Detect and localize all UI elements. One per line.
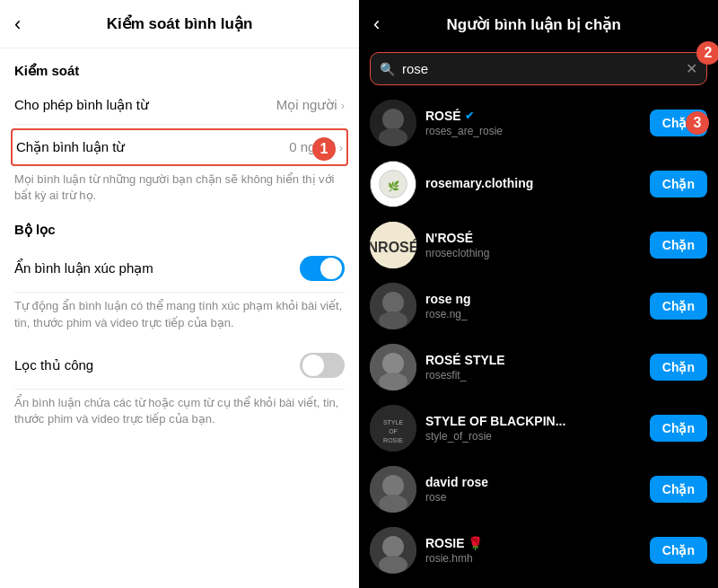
block-comments-label: Chặn bình luận từ xyxy=(16,139,125,155)
user-name-rosie: ROSIE 🌹 xyxy=(425,536,650,550)
left-title: Kiểm soát bình luận xyxy=(107,14,253,33)
block-btn-wrapper-rose1: Chặn 3 xyxy=(650,110,707,136)
svg-text:NROSÉ: NROSÉ xyxy=(370,239,416,255)
svg-point-9 xyxy=(382,292,404,313)
control-section-label: Kiểm soát xyxy=(14,63,345,79)
user-handle-roseng: rose.ng_ xyxy=(425,308,650,320)
offensive-desc: Tự động ẩn bình luận có thể mang tính xú… xyxy=(14,298,345,330)
right-panel: ‹ Người bình luận bị chặn 🔍 rose ✕ 2 ROS… xyxy=(359,0,718,588)
search-value[interactable]: rose xyxy=(402,61,686,76)
left-header: ‹ Kiểm soát bình luận xyxy=(0,0,359,48)
svg-text:OF: OF xyxy=(389,428,398,434)
block-comments-item[interactable]: Chặn bình luận từ 0 người › xyxy=(16,132,343,162)
allow-chevron-icon: › xyxy=(341,99,345,112)
filter-section: Bộ lọc Ẩn bình luận xúc phạm Tự động ẩn … xyxy=(14,222,345,427)
manual-toggle-row: Lọc thủ công xyxy=(14,342,345,390)
block-button-nrose[interactable]: Chặn xyxy=(650,232,707,259)
right-back-button[interactable]: ‹ xyxy=(373,13,380,36)
avatar-rose1 xyxy=(370,100,416,146)
user-info-rose1: ROSÉ ✔ roses_are_rosie xyxy=(425,109,650,137)
user-handle-david: rose xyxy=(425,491,650,504)
svg-point-12 xyxy=(382,353,404,374)
svg-point-2 xyxy=(379,128,407,146)
user-info-style: STYLE OF BLACKPIN... style_of_rosie xyxy=(425,414,650,443)
user-item-rose1: ROSÉ ✔ roses_are_rosie Chặn 3 xyxy=(359,92,718,154)
block-button-rosestyle[interactable]: Chặn xyxy=(650,354,707,381)
left-panel: ‹ Kiểm soát bình luận Kiểm soát Cho phép… xyxy=(0,0,359,588)
left-back-button[interactable]: ‹ xyxy=(14,13,21,36)
user-info-rosestyle: ROSÉ STYLE rosesfit_ xyxy=(425,353,650,382)
user-item-rosie: ROSIE 🌹 rosie.hmh Chặn xyxy=(359,520,718,581)
right-header: ‹ Người bình luận bị chặn xyxy=(359,0,718,48)
offensive-toggle[interactable] xyxy=(300,256,345,281)
svg-text:🌿: 🌿 xyxy=(388,180,400,192)
block-desc-text: Mọi bình luận từ những người bạn chặn sẽ… xyxy=(14,171,345,204)
manual-desc: Ẩn bình luận chứa các từ hoặc cụm từ cụ … xyxy=(14,395,345,427)
allow-comments-item[interactable]: Cho phép bình luận từ Mọi người › xyxy=(14,86,345,125)
block-button-rosie[interactable]: Chặn xyxy=(650,537,707,564)
block-comments-box: Chặn bình luận từ 0 người › xyxy=(11,128,348,166)
block-button-style[interactable]: Chặn xyxy=(650,415,707,442)
user-handle-nrose: nroseclothing xyxy=(425,247,650,259)
user-info-rosemary: rosemary.clothing xyxy=(425,176,650,192)
user-name-david: david rose xyxy=(425,475,650,489)
svg-point-1 xyxy=(382,109,404,130)
avatar-rosemary: 🌿 xyxy=(370,161,416,207)
svg-point-20 xyxy=(379,495,407,513)
search-clear-button[interactable]: ✕ xyxy=(686,60,697,77)
manual-label: Lọc thủ công xyxy=(14,357,300,373)
user-handle-style: style_of_rosie xyxy=(425,430,650,443)
right-title: Người bình luận bị chặn xyxy=(390,15,677,34)
allow-comments-label: Cho phép bình luận từ xyxy=(14,97,149,113)
avatar-roseng xyxy=(370,283,416,329)
svg-point-23 xyxy=(379,556,407,574)
search-bar[interactable]: 🔍 rose ✕ xyxy=(370,52,707,85)
search-container: 🔍 rose ✕ 2 xyxy=(359,52,718,85)
avatar-nrose: NROSÉ xyxy=(370,222,416,268)
block-button-roseng[interactable]: Chặn xyxy=(650,293,707,320)
user-name-rosemary: rosemary.clothing xyxy=(425,176,650,190)
user-item-rosemary: 🌿 rosemary.clothing Chặn xyxy=(359,154,718,215)
annotation-1: 1 xyxy=(312,137,336,161)
user-name-roseng: rose ng xyxy=(425,292,650,306)
user-item-nrose: NROSÉ N'ROSÉ nroseclothing Chặn xyxy=(359,215,718,276)
user-handle-rose1: roses_are_rosie xyxy=(425,125,650,137)
user-handle-rosestyle: rosesfit_ xyxy=(425,369,650,382)
svg-text:STYLE: STYLE xyxy=(383,419,404,426)
user-info-david: david rose rose xyxy=(425,475,650,504)
user-name-rosestyle: ROSÉ STYLE xyxy=(425,353,650,367)
svg-point-13 xyxy=(379,373,407,391)
filter-section-label: Bộ lọc xyxy=(14,222,345,238)
svg-point-22 xyxy=(382,536,404,557)
avatar-style: STYLEOFROSIE xyxy=(370,405,416,452)
verified-icon: ✔ xyxy=(465,110,474,122)
left-content: Kiểm soát Cho phép bình luận từ Mọi ngườ… xyxy=(0,48,359,442)
user-name-style: STYLE OF BLACKPIN... xyxy=(425,414,650,428)
svg-point-10 xyxy=(379,312,407,329)
svg-text:ROSIE: ROSIE xyxy=(383,437,403,443)
svg-point-19 xyxy=(382,475,404,496)
avatar-rosie xyxy=(370,527,416,574)
user-info-roseng: rose ng rose.ng_ xyxy=(425,292,650,320)
user-list: ROSÉ ✔ roses_are_rosie Chặn 3 🌿 rosemary… xyxy=(359,92,718,582)
block-button-david[interactable]: Chặn xyxy=(650,476,707,503)
offensive-toggle-row: Ẩn bình luận xúc phạm xyxy=(14,245,345,293)
block-chevron-icon: › xyxy=(339,141,343,154)
user-item-roseng: rose ng rose.ng_ Chặn xyxy=(359,276,718,337)
block-button-rosemary[interactable]: Chặn xyxy=(650,171,707,197)
user-name-nrose: N'ROSÉ xyxy=(425,231,650,245)
user-item-rosestyle: ROSÉ STYLE rosesfit_ Chặn xyxy=(359,337,718,398)
avatar-david xyxy=(370,466,416,513)
user-item-style: STYLEOFROSIE STYLE OF BLACKPIN... style_… xyxy=(359,398,718,459)
avatar-rosestyle xyxy=(370,344,416,391)
user-name-rose1: ROSÉ ✔ xyxy=(425,109,650,123)
user-handle-rosie: rosie.hmh xyxy=(425,552,650,565)
manual-toggle[interactable] xyxy=(300,353,345,378)
user-item-david: david rose rose Chặn xyxy=(359,459,718,520)
offensive-label: Ẩn bình luận xúc phạm xyxy=(14,260,300,276)
allow-comments-value: Mọi người › xyxy=(276,97,345,113)
annotation-3: 3 xyxy=(686,111,709,135)
search-icon: 🔍 xyxy=(380,62,395,76)
user-info-nrose: N'ROSÉ nroseclothing xyxy=(425,231,650,259)
annotation-2: 2 xyxy=(696,41,718,65)
